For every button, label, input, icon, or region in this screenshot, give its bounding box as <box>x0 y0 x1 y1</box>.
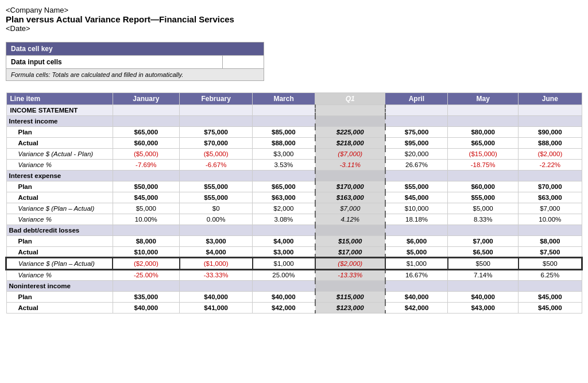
noninterest-income-header: Noninterest income <box>6 281 582 292</box>
company-name: <Company Name> <box>6 6 582 14</box>
interest-expense-plan: Plan $50,000$55,000$65,000 $170,000 $55,… <box>6 181 582 192</box>
col-header-may: May <box>448 93 519 105</box>
income-statement-header: INCOME STATEMENT <box>6 105 582 116</box>
report-title: Plan versus Actual Variance Report—Finan… <box>6 14 582 24</box>
interest-income-variance-pct: Variance % -7.69%-6.67%3.53% -3.11% 26.6… <box>6 160 582 171</box>
bad-debt-actual: Actual $10,000$4,000$3,000 $17,000 $5,00… <box>6 247 582 258</box>
col-header-january: January <box>113 93 180 105</box>
bad-debt-variance-pct: Variance % -25.00%-33.33%25.00% -13.33% … <box>6 269 582 281</box>
interest-expense-header: Interest expense <box>6 171 582 181</box>
bad-debt-variance-dollar: Variance $ (Plan – Actual) ($2,000) ($1,… <box>6 258 582 269</box>
noninterest-income-plan: Plan $35,000$40,000$40,000 $115,000 $40,… <box>6 292 582 303</box>
data-key-table: Data cell key Data input cells Formula c… <box>6 42 264 81</box>
col-header-february: February <box>180 93 253 105</box>
interest-income-header: Interest income <box>6 116 582 127</box>
bad-debt-plan: Plan $8,000$3,000$4,000 $15,000 $6,000$7… <box>6 236 582 247</box>
interest-expense-variance-dollar: Variance $ (Plan – Actual) $5,000$0$2,00… <box>6 203 582 214</box>
col-header-june: June <box>519 93 582 105</box>
report-date: <Date> <box>6 24 582 33</box>
col-header-march: March <box>253 93 315 105</box>
noninterest-income-actual: Actual $40,000$41,000$42,000 $123,000 $4… <box>6 303 582 314</box>
interest-income-actual: Actual $60,000$70,000$88,000 $218,000 $9… <box>6 138 582 149</box>
interest-expense-variance-pct: Variance % 10.00%0.00%3.08% 4.12% 18.18%… <box>6 214 582 225</box>
key-input-label: Data input cells <box>6 56 223 69</box>
key-title: Data cell key <box>6 42 264 56</box>
col-header-line-item: Line item <box>6 93 113 105</box>
interest-expense-actual: Actual $45,000$55,000$63,000 $163,000 $4… <box>6 192 582 203</box>
bad-debt-header: Bad debt/credit losses <box>6 225 582 236</box>
interest-income-plan: Plan $65,000$75,000$85,000 $225,000 $75,… <box>6 127 582 138</box>
col-header-q1: Q1 <box>315 93 385 105</box>
col-header-april: April <box>385 93 448 105</box>
key-formula-label: Formula cells: Totals are calculated and… <box>6 69 264 81</box>
variance-report-table: Line item January February March Q1 Apri… <box>6 92 582 314</box>
interest-income-variance-dollar: Variance $ (Actual - Plan) ($5,000)($5,0… <box>6 149 582 160</box>
